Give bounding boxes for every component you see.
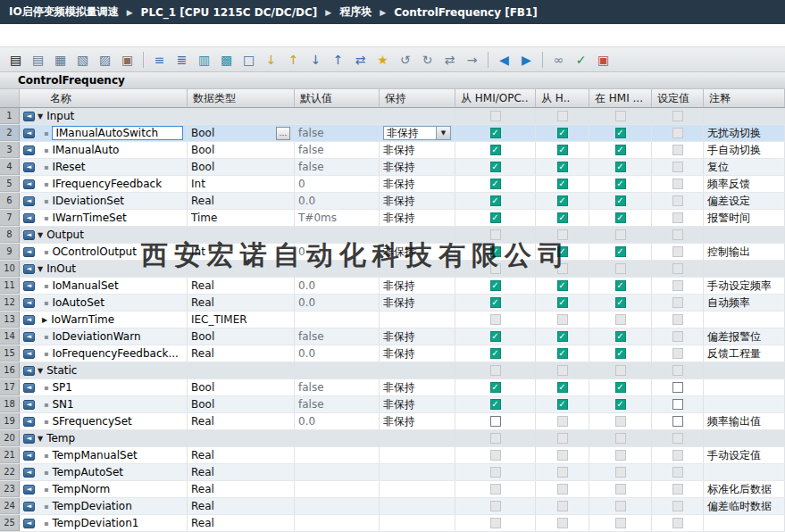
hmi-opc-checkbox[interactable]: ✓ bbox=[490, 280, 501, 291]
hmi-opc-checkbox[interactable]: ✓ bbox=[490, 179, 501, 189]
in-hmi-checkbox[interactable]: ✓ bbox=[615, 128, 626, 138]
from-hmi-checkbox[interactable]: ✓ bbox=[557, 331, 568, 342]
datatype-browse-button[interactable]: … bbox=[276, 127, 290, 140]
name-cell[interactable]: ◄▼Static bbox=[20, 362, 188, 378]
datatype-cell[interactable]: Real bbox=[188, 295, 295, 311]
setpoint-checkbox[interactable] bbox=[672, 399, 683, 410]
name-cell[interactable]: ◄▪IoAutoSet bbox=[20, 295, 188, 311]
collapse-members-icon[interactable]: ≣ bbox=[171, 50, 192, 70]
comment-cell[interactable]: 手自动切换 bbox=[704, 142, 785, 158]
name-cell[interactable]: ◄▪SFrequencySet bbox=[20, 413, 188, 429]
retain-cell[interactable]: 非保持 bbox=[380, 159, 455, 175]
in-hmi-checkbox[interactable]: ✓ bbox=[615, 145, 626, 155]
name-cell[interactable]: ◄▼InOut bbox=[20, 261, 188, 277]
breadcrumb-item[interactable]: PLC_1 [CPU 1215C DC/DC/DC] bbox=[141, 6, 318, 19]
insert-row-after-icon[interactable]: ▧ bbox=[72, 50, 93, 70]
column-header-hmi_opc[interactable]: 从 HMI/OPC.. bbox=[455, 89, 536, 107]
retain-cell[interactable]: 非保持 bbox=[380, 142, 455, 158]
datatype-cell[interactable] bbox=[188, 261, 295, 277]
column-header-comment[interactable]: 注释 bbox=[704, 89, 785, 107]
comment-cell[interactable] bbox=[704, 515, 785, 531]
export-source-icon[interactable]: ↑ bbox=[283, 50, 304, 70]
column-header-in_hmi[interactable]: 在 HMI ... bbox=[589, 89, 652, 107]
breadcrumb-item[interactable]: IO启停变频模拟量调速 bbox=[9, 4, 119, 20]
name-cell[interactable]: ◄▪TempDeviation1 bbox=[20, 515, 188, 531]
default-value-cell[interactable]: 0 bbox=[295, 244, 380, 260]
from-hmi-checkbox[interactable]: ✓ bbox=[557, 179, 568, 189]
comment-cell[interactable] bbox=[704, 108, 785, 124]
default-value-cell[interactable] bbox=[295, 464, 380, 480]
default-value-cell[interactable]: false bbox=[295, 142, 380, 158]
retain-cell[interactable] bbox=[380, 498, 455, 514]
retain-dropdown[interactable]: 非保持▼ bbox=[383, 126, 451, 140]
snapshot-icon[interactable]: ↺ bbox=[395, 50, 415, 70]
section-expander-icon[interactable]: ▼ bbox=[38, 265, 43, 273]
datatype-cell[interactable]: Real bbox=[188, 515, 295, 531]
from-hmi-checkbox[interactable]: ✓ bbox=[557, 195, 568, 206]
comment-cell[interactable]: 报警时间 bbox=[704, 210, 785, 226]
default-value-cell[interactable]: 0.0 bbox=[295, 295, 380, 311]
comment-cell[interactable] bbox=[704, 227, 785, 243]
hmi-opc-checkbox[interactable]: ✓ bbox=[490, 382, 501, 393]
name-cell[interactable]: ◄▪IoDeviationWarn bbox=[20, 328, 188, 345]
comment-cell[interactable]: 频率反馈 bbox=[704, 176, 785, 192]
comment-cell[interactable] bbox=[704, 464, 785, 480]
column-header-type[interactable]: 数据类型 bbox=[188, 89, 295, 107]
column-header-setpoint[interactable]: 设定值 bbox=[652, 89, 704, 107]
in-hmi-checkbox[interactable]: ✓ bbox=[615, 162, 626, 172]
hmi-opc-checkbox[interactable]: ✓ bbox=[490, 331, 501, 342]
retain-cell[interactable] bbox=[380, 261, 455, 277]
name-cell[interactable]: ◄▪SN1 bbox=[20, 396, 188, 412]
section-expander-icon[interactable]: ▼ bbox=[38, 435, 43, 443]
retain-cell[interactable]: 非保持 bbox=[380, 278, 455, 294]
comment-cell[interactable]: 手动设定值 bbox=[704, 447, 785, 463]
datatype-cell[interactable]: Real bbox=[188, 481, 295, 497]
retain-cell[interactable] bbox=[380, 227, 455, 243]
hmi-opc-checkbox[interactable]: ✓ bbox=[490, 297, 501, 308]
from-hmi-checkbox[interactable]: ✓ bbox=[557, 162, 568, 172]
datatype-cell[interactable]: Time bbox=[188, 210, 295, 226]
keep-actual-values-icon[interactable]: ▣ bbox=[117, 50, 138, 70]
row-number[interactable]: 13 bbox=[0, 312, 20, 328]
section-expander-icon[interactable]: ▼ bbox=[38, 231, 43, 239]
name-cell[interactable]: ◄▪IManualAuto bbox=[20, 142, 188, 158]
retain-cell[interactable] bbox=[380, 481, 455, 497]
section-expander-icon[interactable]: ▼ bbox=[38, 367, 43, 375]
datatype-cell[interactable]: Real bbox=[188, 193, 295, 209]
from-hmi-checkbox[interactable]: ✓ bbox=[557, 297, 568, 308]
retain-cell[interactable] bbox=[380, 312, 455, 328]
row-number[interactable]: 18 bbox=[0, 396, 20, 412]
comment-cell[interactable] bbox=[704, 396, 785, 412]
copy-snapshot-to-start-values-icon[interactable]: ⇄ bbox=[439, 50, 460, 70]
hmi-opc-checkbox[interactable]: ✓ bbox=[490, 162, 501, 172]
row-number[interactable]: 15 bbox=[0, 345, 20, 362]
datatype-cell[interactable] bbox=[188, 430, 295, 446]
default-value-cell[interactable]: T#0ms bbox=[295, 210, 380, 226]
go-forward-icon[interactable]: ▶ bbox=[516, 50, 537, 70]
retain-cell[interactable]: 非保持 bbox=[380, 295, 455, 311]
from-hmi-checkbox[interactable]: ✓ bbox=[557, 399, 568, 410]
default-value-cell[interactable]: false bbox=[295, 159, 380, 175]
default-value-cell[interactable]: 0.0 bbox=[295, 413, 380, 429]
default-value-cell[interactable] bbox=[295, 447, 380, 463]
absolute-view-icon[interactable]: ▥ bbox=[194, 50, 214, 70]
retain-cell[interactable]: 非保持▼ bbox=[380, 125, 455, 141]
comment-cell[interactable]: 控制输出 bbox=[704, 244, 785, 260]
datatype-cell[interactable] bbox=[188, 227, 295, 243]
hmi-opc-checkbox[interactable]: ✓ bbox=[490, 246, 501, 257]
hmi-opc-checkbox[interactable]: ✓ bbox=[490, 212, 501, 223]
go-back-icon[interactable]: ◀ bbox=[494, 50, 514, 70]
download-to-device-icon[interactable]: ↓ bbox=[305, 50, 326, 70]
in-hmi-checkbox[interactable]: ✓ bbox=[615, 212, 626, 223]
datatype-cell[interactable]: Int bbox=[188, 244, 295, 260]
datatype-cell[interactable]: Real bbox=[188, 498, 295, 514]
name-edit-field[interactable]: IManualAutoSwitch bbox=[52, 126, 183, 140]
row-number[interactable]: 19 bbox=[0, 413, 20, 429]
datatype-cell[interactable]: Real bbox=[188, 447, 295, 463]
comment-cell[interactable]: 反馈工程量 bbox=[704, 345, 785, 362]
hmi-opc-checkbox[interactable]: ✓ bbox=[490, 128, 501, 138]
row-number[interactable]: 5 bbox=[0, 176, 20, 192]
retain-cell[interactable] bbox=[380, 447, 455, 463]
member-expander-icon[interactable]: ▶ bbox=[42, 316, 47, 324]
row-number[interactable]: 17 bbox=[0, 379, 20, 395]
